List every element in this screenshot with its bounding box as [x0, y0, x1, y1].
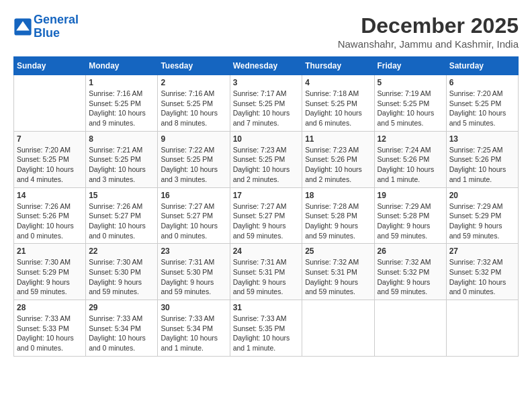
- day-info: Sunrise: 7:19 AM Sunset: 5:25 PM Dayligh…: [378, 89, 443, 128]
- day-number: 24: [233, 246, 300, 256]
- calendar-cell: 31Sunrise: 7:33 AM Sunset: 5:35 PM Dayli…: [230, 300, 302, 357]
- day-info: Sunrise: 7:33 AM Sunset: 5:34 PM Dayligh…: [161, 314, 226, 353]
- day-number: 6: [449, 78, 515, 87]
- day-info: Sunrise: 7:33 AM Sunset: 5:35 PM Dayligh…: [233, 314, 300, 353]
- weekday-header-monday: Monday: [86, 57, 158, 75]
- day-number: 18: [305, 191, 371, 200]
- day-info: Sunrise: 7:29 AM Sunset: 5:28 PM Dayligh…: [378, 201, 443, 241]
- day-number: 21: [17, 246, 83, 256]
- day-number: 29: [89, 303, 154, 312]
- calendar-cell: 29Sunrise: 7:33 AM Sunset: 5:34 PM Dayli…: [86, 300, 158, 357]
- day-number: 9: [161, 134, 226, 144]
- day-info: Sunrise: 7:20 AM Sunset: 5:25 PM Dayligh…: [449, 89, 515, 128]
- calendar-cell: 19Sunrise: 7:29 AM Sunset: 5:28 PM Dayli…: [374, 187, 446, 244]
- day-info: Sunrise: 7:17 AM Sunset: 5:25 PM Dayligh…: [233, 89, 300, 128]
- day-info: Sunrise: 7:32 AM Sunset: 5:32 PM Dayligh…: [449, 257, 515, 297]
- day-number: 8: [89, 134, 154, 144]
- day-number: 20: [449, 191, 515, 200]
- day-number: 25: [305, 246, 371, 256]
- day-number: 26: [378, 246, 443, 256]
- calendar-cell: 20Sunrise: 7:29 AM Sunset: 5:29 PM Dayli…: [446, 187, 518, 244]
- day-info: Sunrise: 7:31 AM Sunset: 5:30 PM Dayligh…: [161, 257, 226, 297]
- day-info: Sunrise: 7:33 AM Sunset: 5:33 PM Dayligh…: [17, 314, 83, 353]
- calendar-week-row: 14Sunrise: 7:26 AM Sunset: 5:26 PM Dayli…: [14, 187, 519, 244]
- calendar-cell: 5Sunrise: 7:19 AM Sunset: 5:25 PM Daylig…: [374, 75, 446, 132]
- calendar-cell: 26Sunrise: 7:32 AM Sunset: 5:32 PM Dayli…: [374, 244, 446, 300]
- calendar-cell: 9Sunrise: 7:22 AM Sunset: 5:25 PM Daylig…: [158, 131, 230, 187]
- day-number: 4: [305, 78, 371, 87]
- calendar-cell: 12Sunrise: 7:24 AM Sunset: 5:26 PM Dayli…: [374, 131, 446, 187]
- day-number: 30: [161, 303, 226, 312]
- day-info: Sunrise: 7:33 AM Sunset: 5:34 PM Dayligh…: [89, 314, 154, 353]
- calendar-cell: 15Sunrise: 7:26 AM Sunset: 5:27 PM Dayli…: [86, 187, 158, 244]
- day-number: 15: [89, 191, 154, 200]
- month-title: December 2025: [338, 13, 519, 38]
- day-info: Sunrise: 7:18 AM Sunset: 5:25 PM Dayligh…: [305, 89, 371, 128]
- calendar-cell: [302, 300, 374, 357]
- logo-icon: [13, 17, 32, 36]
- calendar-cell: 2Sunrise: 7:16 AM Sunset: 5:25 PM Daylig…: [158, 75, 230, 132]
- day-info: Sunrise: 7:30 AM Sunset: 5:29 PM Dayligh…: [17, 257, 83, 297]
- day-number: 11: [305, 134, 371, 144]
- calendar-cell: 14Sunrise: 7:26 AM Sunset: 5:26 PM Dayli…: [14, 187, 86, 244]
- calendar-cell: [374, 300, 446, 357]
- day-number: 27: [449, 246, 515, 256]
- logo-text: General Blue: [34, 13, 79, 40]
- calendar-cell: 16Sunrise: 7:27 AM Sunset: 5:27 PM Dayli…: [158, 187, 230, 244]
- day-number: 17: [233, 191, 300, 200]
- day-info: Sunrise: 7:28 AM Sunset: 5:28 PM Dayligh…: [305, 201, 371, 241]
- calendar-cell: 6Sunrise: 7:20 AM Sunset: 5:25 PM Daylig…: [446, 75, 518, 132]
- calendar-cell: 27Sunrise: 7:32 AM Sunset: 5:32 PM Dayli…: [446, 244, 518, 300]
- calendar-cell: 3Sunrise: 7:17 AM Sunset: 5:25 PM Daylig…: [230, 75, 302, 132]
- calendar-cell: [14, 75, 86, 132]
- weekday-header-wednesday: Wednesday: [230, 57, 302, 75]
- calendar-cell: 28Sunrise: 7:33 AM Sunset: 5:33 PM Dayli…: [14, 300, 86, 357]
- day-info: Sunrise: 7:26 AM Sunset: 5:26 PM Dayligh…: [17, 201, 83, 241]
- calendar-cell: 7Sunrise: 7:20 AM Sunset: 5:25 PM Daylig…: [14, 131, 86, 187]
- calendar-cell: 1Sunrise: 7:16 AM Sunset: 5:25 PM Daylig…: [86, 75, 158, 132]
- calendar-table: SundayMondayTuesdayWednesdayThursdayFrid…: [13, 56, 519, 357]
- calendar-cell: 30Sunrise: 7:33 AM Sunset: 5:34 PM Dayli…: [158, 300, 230, 357]
- weekday-header-tuesday: Tuesday: [158, 57, 230, 75]
- page-header: General Blue December 2025 Nawanshahr, J…: [13, 13, 519, 50]
- weekday-header-friday: Friday: [374, 57, 446, 75]
- calendar-cell: 23Sunrise: 7:31 AM Sunset: 5:30 PM Dayli…: [158, 244, 230, 300]
- calendar-week-row: 7Sunrise: 7:20 AM Sunset: 5:25 PM Daylig…: [14, 131, 519, 187]
- day-number: 12: [378, 134, 443, 144]
- day-info: Sunrise: 7:16 AM Sunset: 5:25 PM Dayligh…: [89, 89, 154, 128]
- day-number: 19: [378, 191, 443, 200]
- calendar-cell: 13Sunrise: 7:25 AM Sunset: 5:26 PM Dayli…: [446, 131, 518, 187]
- weekday-header-thursday: Thursday: [302, 57, 374, 75]
- day-number: 2: [161, 78, 226, 87]
- day-info: Sunrise: 7:23 AM Sunset: 5:26 PM Dayligh…: [305, 145, 371, 185]
- day-info: Sunrise: 7:25 AM Sunset: 5:26 PM Dayligh…: [449, 145, 515, 185]
- day-info: Sunrise: 7:24 AM Sunset: 5:26 PM Dayligh…: [378, 145, 443, 185]
- calendar-cell: 11Sunrise: 7:23 AM Sunset: 5:26 PM Dayli…: [302, 131, 374, 187]
- calendar-cell: 24Sunrise: 7:31 AM Sunset: 5:31 PM Dayli…: [230, 244, 302, 300]
- day-number: 14: [17, 191, 83, 200]
- calendar-cell: 22Sunrise: 7:30 AM Sunset: 5:30 PM Dayli…: [86, 244, 158, 300]
- calendar-cell: 17Sunrise: 7:27 AM Sunset: 5:27 PM Dayli…: [230, 187, 302, 244]
- day-info: Sunrise: 7:32 AM Sunset: 5:31 PM Dayligh…: [305, 257, 371, 297]
- calendar-week-row: 1Sunrise: 7:16 AM Sunset: 5:25 PM Daylig…: [14, 75, 519, 132]
- calendar-cell: 25Sunrise: 7:32 AM Sunset: 5:31 PM Dayli…: [302, 244, 374, 300]
- title-block: December 2025 Nawanshahr, Jammu and Kash…: [338, 13, 519, 50]
- day-info: Sunrise: 7:20 AM Sunset: 5:25 PM Dayligh…: [17, 145, 83, 185]
- day-number: 3: [233, 78, 300, 87]
- logo: General Blue: [13, 13, 79, 40]
- day-info: Sunrise: 7:26 AM Sunset: 5:27 PM Dayligh…: [89, 201, 154, 241]
- day-info: Sunrise: 7:29 AM Sunset: 5:29 PM Dayligh…: [449, 201, 515, 241]
- day-number: 23: [161, 246, 226, 256]
- day-number: 13: [449, 134, 515, 144]
- day-info: Sunrise: 7:21 AM Sunset: 5:25 PM Dayligh…: [89, 145, 154, 185]
- weekday-header-saturday: Saturday: [446, 57, 518, 75]
- day-number: 22: [89, 246, 154, 256]
- day-info: Sunrise: 7:32 AM Sunset: 5:32 PM Dayligh…: [378, 257, 443, 297]
- calendar-week-row: 21Sunrise: 7:30 AM Sunset: 5:29 PM Dayli…: [14, 244, 519, 300]
- day-info: Sunrise: 7:22 AM Sunset: 5:25 PM Dayligh…: [161, 145, 226, 185]
- day-number: 5: [378, 78, 443, 87]
- day-info: Sunrise: 7:30 AM Sunset: 5:30 PM Dayligh…: [89, 257, 154, 297]
- day-info: Sunrise: 7:27 AM Sunset: 5:27 PM Dayligh…: [161, 201, 226, 241]
- calendar-cell: 21Sunrise: 7:30 AM Sunset: 5:29 PM Dayli…: [14, 244, 86, 300]
- day-number: 16: [161, 191, 226, 200]
